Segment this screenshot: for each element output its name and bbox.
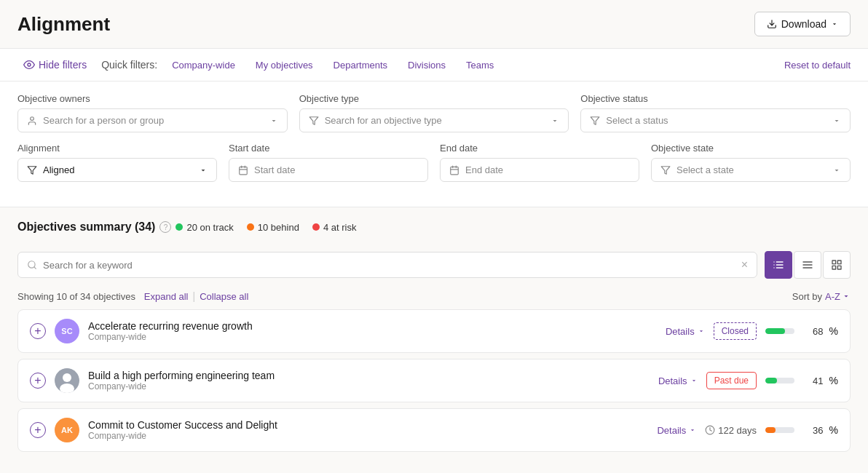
clear-search-button[interactable]: × (741, 258, 748, 271)
svg-point-31 (63, 373, 71, 382)
filter-chip-departments[interactable]: Departments (325, 57, 396, 73)
filter-chip-divisions[interactable]: Divisions (399, 57, 454, 73)
filter-chip-company-wide[interactable]: Company-wide (163, 57, 244, 73)
chevron-down-icon (269, 116, 278, 125)
info-icon[interactable]: ? (159, 221, 171, 233)
chevron-down-icon (832, 166, 841, 175)
download-icon (767, 19, 777, 29)
svg-marker-5 (28, 166, 36, 174)
svg-point-1 (28, 63, 31, 66)
details-button[interactable]: Details (658, 375, 698, 386)
filter-label-start-date: Start date (229, 143, 428, 154)
filter-chip-my-objectives[interactable]: My objectives (247, 57, 322, 73)
table-row: + Build a high performing engineering te… (17, 359, 851, 402)
progress-bar-fill (765, 427, 776, 433)
progress-percent: 36 (800, 425, 824, 436)
details-button[interactable]: Details (657, 425, 696, 436)
view-toggle-group (765, 251, 851, 279)
progress-bar-fill (765, 378, 777, 383)
svg-marker-14 (661, 166, 670, 174)
list-view-button[interactable] (765, 251, 792, 279)
chevron-down-icon (698, 327, 705, 335)
filter-icon (590, 116, 600, 126)
filter-label-alignment: Alignment (17, 143, 217, 154)
chevron-down-icon (842, 292, 851, 301)
chevron-down-icon (551, 116, 559, 125)
stats-bar: 20 on track 10 behind 4 at risk (175, 222, 356, 233)
expand-all-button[interactable]: Expand all (141, 291, 192, 302)
objective-info: Build a high performing engineering team… (88, 370, 650, 391)
filter-label-state: Objective state (651, 143, 851, 154)
details-button[interactable]: Details (666, 326, 705, 337)
filter-select-alignment[interactable]: Aligned (17, 158, 217, 182)
showing-bar: Showing 10 of 34 objectives Expand all |… (0, 287, 868, 309)
collapse-all-button[interactable]: Collapse all (197, 291, 251, 302)
filter-select-owners[interactable]: Search for a person or group (17, 108, 288, 132)
filter-select-end-date[interactable]: End date (440, 158, 639, 182)
chevron-down-icon (689, 426, 696, 434)
person-icon (27, 116, 37, 126)
avatar: AK (55, 418, 79, 442)
orange-dot (247, 223, 254, 231)
grid-view-button[interactable] (823, 251, 851, 279)
quick-filters-label: Quick filters: (101, 59, 157, 71)
add-child-button[interactable]: + (30, 323, 46, 339)
red-dot (312, 223, 320, 231)
chevron-down-icon (832, 116, 841, 125)
stat-at-risk: 4 at risk (312, 222, 357, 233)
days-badge: 122 days (705, 425, 757, 436)
calendar-icon (449, 165, 459, 175)
status-badge[interactable]: Past due (706, 372, 757, 389)
filter-select-start-date[interactable]: Start date (229, 158, 428, 182)
filter-select-status[interactable]: Select a status (580, 108, 851, 132)
objective-name: Commit to Customer Success and Delight (88, 419, 648, 431)
progress-bar-background (765, 328, 794, 334)
filter-group-state: Objective state Select a state (651, 143, 851, 182)
green-dot (175, 223, 183, 231)
filter-label-status: Objective status (580, 93, 851, 104)
download-button[interactable]: Download (754, 12, 851, 36)
filter-icon (27, 165, 37, 175)
objective-sub: Company-wide (88, 332, 657, 342)
hide-filters-button[interactable]: Hide filters (17, 56, 92, 73)
eye-icon (23, 59, 35, 71)
svg-rect-6 (240, 167, 248, 175)
filter-select-state[interactable]: Select a state (651, 158, 851, 182)
objective-name: Accelerate recurring revenue growth (88, 320, 657, 332)
calendar-icon (238, 165, 248, 175)
search-view-bar: × (0, 251, 868, 287)
svg-rect-26 (832, 261, 836, 264)
sort-section: Sort by A-Z (792, 291, 851, 302)
filter-group-end-date: End date End date (440, 143, 639, 182)
compact-icon (802, 259, 813, 271)
reset-to-default-link[interactable]: Reset to default (784, 60, 851, 71)
progress-bar-fill (765, 328, 785, 334)
progress-container: 36 % (765, 424, 838, 436)
progress-percent: 68 (800, 326, 824, 337)
filter-select-type[interactable]: Search for an objective type (299, 108, 569, 132)
filter-icon (309, 116, 319, 126)
add-child-button[interactable]: + (30, 422, 46, 438)
status-badge[interactable]: Closed (714, 322, 757, 340)
avatar (55, 368, 79, 393)
filter-group-start-date: Start date Start date (229, 143, 428, 182)
sort-link[interactable]: A-Z (825, 291, 851, 302)
filter-chip-teams[interactable]: Teams (457, 57, 502, 73)
svg-point-2 (31, 116, 34, 120)
objective-sub: Company-wide (88, 381, 650, 391)
quick-filters-bar: Hide filters Quick filters: Company-wide… (0, 48, 868, 82)
filter-group-owners: Objective owners Search for a person or … (17, 93, 288, 132)
objective-name: Build a high performing engineering team (88, 370, 650, 381)
filter-group-alignment: Alignment Aligned (17, 143, 217, 182)
svg-rect-10 (451, 167, 459, 175)
chevron-down-icon (199, 166, 208, 175)
add-child-button[interactable]: + (30, 373, 46, 389)
page-header: Alignment Download (0, 0, 868, 48)
compact-view-button[interactable] (794, 251, 821, 279)
keyword-search-input[interactable] (43, 260, 735, 271)
progress-container: 68 % (765, 325, 838, 337)
showing-text: Showing 10 of 34 objectives (17, 291, 135, 302)
filter-group-type: Objective type Search for an objective t… (299, 93, 569, 132)
clock-icon (705, 425, 715, 435)
search-box: × (17, 252, 757, 278)
